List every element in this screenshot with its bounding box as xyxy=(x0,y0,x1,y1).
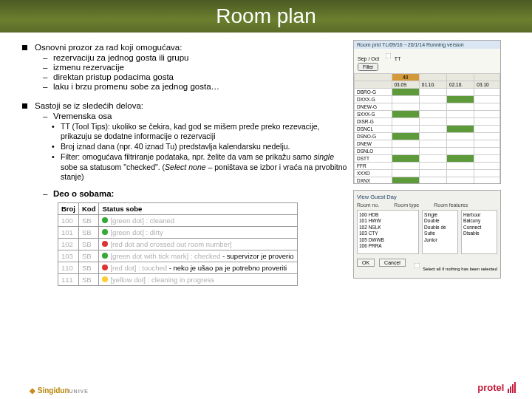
table-header-row: Broj Kod Status sobe xyxy=(58,202,298,214)
list-item: •TT (Tool Tips): ukoliko se čekira, kad … xyxy=(52,122,347,141)
col-status: Status sobe xyxy=(99,202,297,214)
status-table: Broj Kod Status sobe 100SB[green dot] : … xyxy=(58,202,298,286)
col-roomtype: Room type xyxy=(394,202,419,208)
ok-button[interactable]: OK xyxy=(357,259,375,267)
room-row: DXNX xyxy=(355,177,500,185)
square-bullet-icon xyxy=(22,103,27,109)
features-listbox[interactable]: HarbourBalconyConnectDisable xyxy=(461,210,497,254)
section1-heading: Osnovni prozor za rad koji omogućava: xyxy=(35,43,182,52)
singidunum-logo: ◆ SingidunUNIVE xyxy=(30,386,89,395)
room-row: DBRO-G xyxy=(355,89,500,96)
room-row: FFR xyxy=(355,163,500,170)
table-row: 103SB[green dot with tick mark] : checke… xyxy=(58,250,298,262)
select-all-checkbox[interactable] xyxy=(414,263,420,269)
col-broj: Broj xyxy=(58,202,79,214)
roomno-listbox[interactable]: 100 HDB101 HWW102 NSLK103 CTY105 DWWB106… xyxy=(357,210,419,254)
table-row: 101SB[green dot] : dirty xyxy=(58,226,298,238)
room-row: SXXX-G xyxy=(355,111,500,118)
filter-dialog-screenshot: View Guest Day Room no. Room type Room f… xyxy=(353,190,501,279)
col-roomno: Room no. xyxy=(357,202,379,208)
room-row: DNEW-G xyxy=(355,103,500,111)
col-features: Room features xyxy=(434,202,468,208)
section2-sub1: –Vremenska osa xyxy=(43,112,347,120)
roomtype-listbox[interactable]: SingleDoubleDouble deSuiteJunior xyxy=(422,210,458,254)
section2-bullets: •TT (Tool Tips): ukoliko se čekira, kad … xyxy=(52,122,347,182)
week-row: 40 xyxy=(355,74,500,81)
tt-label: TT xyxy=(395,56,401,61)
col-kod: Kod xyxy=(79,202,99,214)
list-item: –laku i brzu promenu sobe za jednog gost… xyxy=(43,82,347,91)
room-row: DNEW xyxy=(355,140,500,148)
dialog-title: View Guest Day xyxy=(357,194,497,200)
list-item: –rezervaciju za jednog gosta ili grupu xyxy=(43,53,347,62)
list-item: –izmenu rezervacije xyxy=(43,63,347,72)
room-plan-screenshot: Room prid TL/09/16→20/1/14 Running versi… xyxy=(353,40,501,184)
dialog-columns: Room no. Room type Room features xyxy=(357,202,497,208)
table-row: 111SB[yellow dot] : cleaning in progress xyxy=(58,273,298,285)
select-all-label: Select all if nothing has been selected xyxy=(423,267,497,271)
room-row: XXXD xyxy=(355,170,500,177)
section2-heading: Sastoji se iz sledećih delova: xyxy=(35,101,143,110)
list-item: •Filter: omogućava filtriranje podataka,… xyxy=(52,152,347,181)
content-area: Osnovni prozor za rad koji omogućava: –r… xyxy=(0,33,532,286)
section1: Osnovni prozor za rad koji omogućava: xyxy=(22,43,347,52)
room-row: DXXX-G xyxy=(355,96,500,103)
room-grid: 40 03.09.01.10.02.10.03.10 DBRO-GDXXX-GD… xyxy=(354,73,500,184)
room-row: DSTT xyxy=(355,155,500,163)
left-column: Osnovni prozor za rad koji omogućava: –r… xyxy=(22,40,347,286)
room-row: DISR-G xyxy=(355,118,500,126)
date-row: 03.09.01.10.02.10.03.10 xyxy=(355,81,500,89)
table-row: 110SB[red dot] : touched - neko je ušao … xyxy=(58,262,298,273)
square-bullet-icon xyxy=(22,45,27,50)
section2: Sastoji se iz sledećih delova: xyxy=(22,101,347,110)
table-row: 100SB[green dot] : cleaned xyxy=(58,214,298,226)
sep-oct-label: Sep / Oct xyxy=(358,56,379,61)
tt-checkbox[interactable] xyxy=(386,53,392,59)
table-row: 102SB[red dot and crossed out room numbe… xyxy=(58,238,298,250)
right-column: Room prid TL/09/16→20/1/14 Running versi… xyxy=(347,40,502,286)
list-item: –direktan pristup podacima gosta xyxy=(43,72,347,81)
cancel-button[interactable]: Cancel xyxy=(379,259,406,267)
section2-sub2: –Deo o sobama: xyxy=(43,189,347,198)
slide-title: Room plan xyxy=(0,0,532,33)
room-row: DSNO-G xyxy=(355,133,500,140)
filter-button[interactable]: Filter xyxy=(358,63,378,71)
section1-list: –rezervaciju za jednog gosta ili grupu –… xyxy=(43,53,347,91)
window-title: Room prid TL/09/16→20/1/14 Running versi… xyxy=(354,41,500,49)
room-row: DSNCL xyxy=(355,126,500,133)
protel-logo: protel xyxy=(477,382,516,393)
list-item: •Broj iznad dana (npr. 40 iznad Tu) pred… xyxy=(52,142,347,151)
room-row: DSNLO xyxy=(355,148,500,155)
